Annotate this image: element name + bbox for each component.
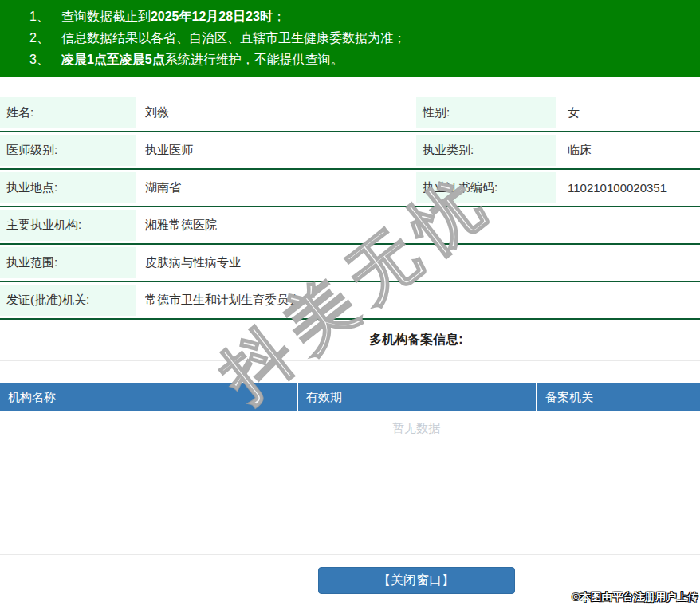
main-institution-label: 主要执业机构:: [0, 207, 136, 243]
certificate-number-label: 执业证书编码:: [416, 170, 556, 206]
notice-line-2: 2、信息数据结果以各省、自治区、直辖市卫生健康委数据为准；: [29, 27, 700, 49]
column-header-filing-authority: 备案机关: [536, 383, 700, 411]
issuing-authority-value: 常德市卫生和计划生育委员会: [136, 282, 700, 318]
info-row-practice-scope: 执业范围: 皮肤病与性病专业: [0, 245, 700, 282]
notice-number: 2、: [29, 27, 49, 49]
doctor-level-label: 医师级别:: [0, 132, 136, 168]
footer: 【关闭窗口】: [0, 554, 700, 594]
filing-table-header: 机构名称 有效期 备案机关: [0, 383, 700, 411]
upload-credit-text: ©本图由平台注册用户上传: [572, 590, 698, 604]
notice-number: 3、: [29, 49, 49, 70]
doctor-level-value: 执业医师: [136, 132, 416, 168]
practice-category-value: 临床: [556, 132, 700, 168]
notice-text: 系统进行维护，不能提供查询。: [165, 53, 344, 66]
gap: [0, 361, 700, 383]
notice-bold-text: 凌晨1点至凌晨5点: [61, 53, 165, 66]
name-label: 姓名:: [0, 95, 136, 131]
page: 1、查询数据截止到2025年12月28日23时； 2、信息数据结果以各省、自治区…: [0, 0, 700, 594]
column-header-institution-name: 机构名称: [0, 383, 297, 411]
practice-scope-value: 皮肤病与性病专业: [136, 245, 700, 281]
info-row-main-institution: 主要执业机构: 湘雅常德医院: [0, 207, 700, 245]
practice-location-label: 执业地点:: [0, 170, 136, 206]
multi-institution-section-title: 多机构备案信息:: [0, 320, 700, 361]
notice-number: 1、: [29, 6, 49, 27]
query-result-window: 1、查询数据截止到2025年12月28日23时； 2、信息数据结果以各省、自治区…: [0, 0, 700, 606]
column-header-validity-period: 有效期: [297, 383, 536, 411]
issuing-authority-label: 发证(批准)机关:: [0, 282, 136, 318]
notice-line-3: 3、凌晨1点至凌晨5点系统进行维护，不能提供查询。: [29, 49, 700, 70]
info-row-level-category: 医师级别: 执业医师 执业类别: 临床: [0, 132, 700, 170]
notice-banner: 1、查询数据截止到2025年12月28日23时； 2、信息数据结果以各省、自治区…: [0, 0, 700, 77]
notice-line-1: 1、查询数据截止到2025年12月28日23时；: [29, 6, 700, 27]
no-data-message: 暂无数据: [0, 411, 700, 447]
doctor-info-table: 姓名: 刘薇 性别: 女 医师级别: 执业医师 执业类别: 临床 执业地点: 湖…: [0, 95, 700, 320]
gender-value: 女: [556, 95, 700, 131]
name-value: 刘薇: [136, 95, 416, 131]
notice-text: 查询数据截止到: [61, 10, 151, 23]
practice-scope-label: 执业范围:: [0, 245, 136, 281]
close-window-button[interactable]: 【关闭窗口】: [318, 567, 515, 594]
gender-label: 性别:: [416, 95, 556, 131]
practice-category-label: 执业类别:: [416, 132, 556, 168]
info-row-issuing-authority: 发证(批准)机关: 常德市卫生和计划生育委员会: [0, 282, 700, 320]
spacer: [0, 447, 700, 554]
notice-text: ；: [273, 10, 285, 23]
notice-bold-text: 2025年12月28日23时: [151, 10, 273, 23]
info-row-location-certificate: 执业地点: 湖南省 执业证书编码: 110210100020351: [0, 170, 700, 207]
practice-location-value: 湖南省: [136, 170, 416, 206]
info-row-name-gender: 姓名: 刘薇 性别: 女: [0, 95, 700, 132]
main-institution-value: 湘雅常德医院: [136, 207, 700, 243]
certificate-number-value: 110210100020351: [556, 170, 700, 206]
notice-text: 信息数据结果以各省、自治区、直辖市卫生健康委数据为准；: [61, 31, 406, 45]
